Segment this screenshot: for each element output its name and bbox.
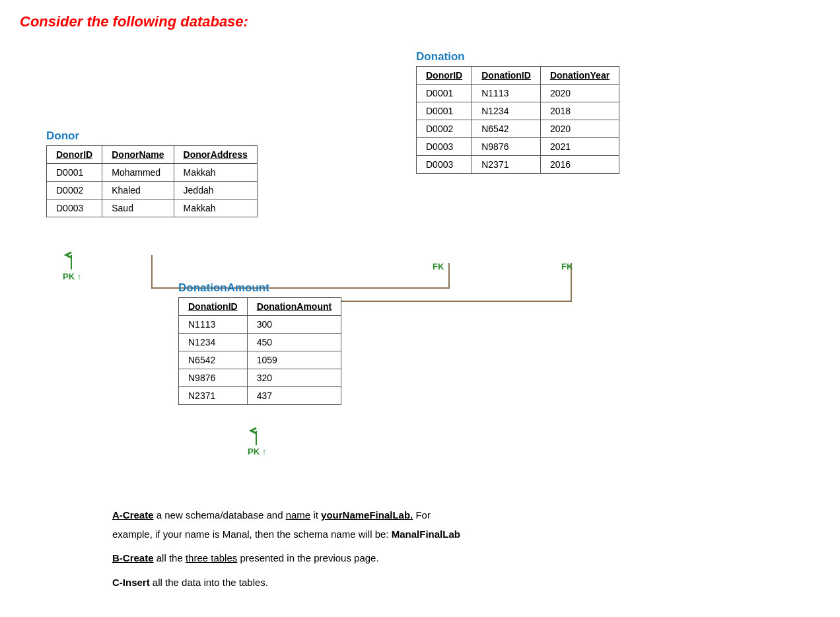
cell: N1113 — [472, 85, 541, 102]
table-row: N1234 450 — [179, 334, 341, 351]
instruction-c-text: all the data into the tables. — [153, 577, 268, 588]
cell: Mohammed — [102, 164, 174, 182]
damount-col-donationid: DonationID — [179, 298, 248, 316]
table-row: D0002 N6542 2020 — [417, 120, 619, 138]
instruction-a-name: name — [286, 509, 311, 521]
table-row: D0002 Khaled Jeddah — [47, 182, 258, 200]
table-row: N9876 320 — [179, 369, 341, 387]
donor-col-donorid: DonorID — [47, 146, 102, 164]
cell: Khaled — [102, 182, 174, 200]
cell: Makkah — [174, 200, 257, 217]
table-header-row: DonorID DonationID DonationYear — [417, 67, 619, 85]
donation-col-donationyear: DonationYear — [540, 67, 619, 85]
cell: D0001 — [47, 164, 102, 182]
cell: 2020 — [540, 85, 619, 102]
instruction-b: B-Create all the three tables presented … — [112, 549, 820, 568]
cell: D0003 — [417, 138, 472, 156]
donation-table-title: Donation — [416, 50, 619, 63]
cell: N6542 — [179, 351, 248, 369]
instruction-a-example: ManalFinalLab — [392, 528, 460, 540]
cell: D0003 — [47, 200, 102, 217]
instruction-c-label: C-Insert — [112, 577, 150, 588]
instruction-c: C-Insert all the data into the tables. — [112, 573, 820, 593]
cell: N9876 — [179, 369, 248, 387]
donation-table: Donation DonorID DonationID DonationYear… — [416, 50, 619, 174]
cell: D0002 — [417, 120, 472, 138]
instruction-b-label: B-Create — [112, 552, 154, 563]
database-diagram: Donor DonorID DonorName DonorAddress D00… — [20, 37, 820, 486]
cell: N9876 — [472, 138, 541, 156]
table-row: D0001 N1234 2018 — [417, 102, 619, 120]
damount-col-donationamount: DonationAmount — [247, 298, 341, 316]
donation-fk2-label: FK — [561, 262, 573, 272]
table-header-row: DonorID DonorName DonorAddress — [47, 146, 258, 164]
table-row: D0003 Saud Makkah — [47, 200, 258, 217]
donationamount-table-title: DonationAmount — [178, 281, 341, 295]
cell: D0001 — [417, 102, 472, 120]
cell: 2016 — [540, 156, 619, 174]
instructions-section: A-Create a new schema/database and name … — [20, 506, 820, 592]
cell: 2020 — [540, 120, 619, 138]
cell: D0003 — [417, 156, 472, 174]
cell: N1113 — [179, 316, 248, 334]
donation-col-donorid: DonorID — [417, 67, 472, 85]
donor-pk-label: PK ↑ — [63, 272, 81, 281]
cell: N1234 — [472, 102, 541, 120]
cell: N2371 — [472, 156, 541, 174]
cell: N1234 — [179, 334, 248, 351]
cell: N2371 — [179, 387, 248, 405]
instruction-a-yourname: yourNameFinalLab. — [321, 509, 413, 521]
donationamount-pk-label: PK ↑ — [248, 447, 266, 456]
page-title: Consider the following database: — [20, 13, 820, 30]
cell: 300 — [247, 316, 341, 334]
instruction-a-label: A-Create — [112, 509, 154, 521]
donor-col-donoraddress: DonorAddress — [174, 146, 257, 164]
instruction-a-text1: a new schema/database and — [157, 509, 286, 521]
instruction-a: A-Create a new schema/database and name … — [112, 506, 820, 544]
cell: Saud — [102, 200, 174, 217]
cell: Makkah — [174, 164, 257, 182]
cell: 320 — [247, 369, 341, 387]
table-row: D0001 N1113 2020 — [417, 85, 619, 102]
instruction-b-threetables: three tables — [186, 552, 237, 563]
table-row: D0003 N2371 2016 — [417, 156, 619, 174]
table-row: D0003 N9876 2021 — [417, 138, 619, 156]
table-row: N1113 300 — [179, 316, 341, 334]
table-row: D0001 Mohammed Makkah — [47, 164, 258, 182]
donation-table-grid: DonorID DonationID DonationYear D0001 N1… — [416, 66, 619, 174]
donor-table-grid: DonorID DonorName DonorAddress D0001 Moh… — [46, 145, 258, 217]
donationamount-table-grid: DonationID DonationAmount N1113 300 N123… — [178, 297, 341, 405]
instruction-b-text2: presented in the previous page. — [240, 552, 378, 563]
cell: D0001 — [417, 85, 472, 102]
cell: Jeddah — [174, 182, 257, 200]
cell: 450 — [247, 334, 341, 351]
table-header-row: DonationID DonationAmount — [179, 298, 341, 316]
donor-table: Donor DonorID DonorName DonorAddress D00… — [46, 129, 258, 217]
cell: N6542 — [472, 120, 541, 138]
cell: 2018 — [540, 102, 619, 120]
cell: 2021 — [540, 138, 619, 156]
cell: D0002 — [47, 182, 102, 200]
donationamount-table: DonationAmount DonationID DonationAmount… — [178, 281, 341, 405]
donation-col-donationid: DonationID — [472, 67, 541, 85]
donation-fk1-label: FK — [433, 262, 444, 272]
cell: 437 — [247, 387, 341, 405]
instruction-a-text2: it — [313, 509, 321, 521]
instruction-b-text1: all the — [157, 552, 186, 563]
cell: 1059 — [247, 351, 341, 369]
donor-col-donorname: DonorName — [102, 146, 174, 164]
table-row: N2371 437 — [179, 387, 341, 405]
table-row: N6542 1059 — [179, 351, 341, 369]
donor-table-title: Donor — [46, 129, 258, 143]
